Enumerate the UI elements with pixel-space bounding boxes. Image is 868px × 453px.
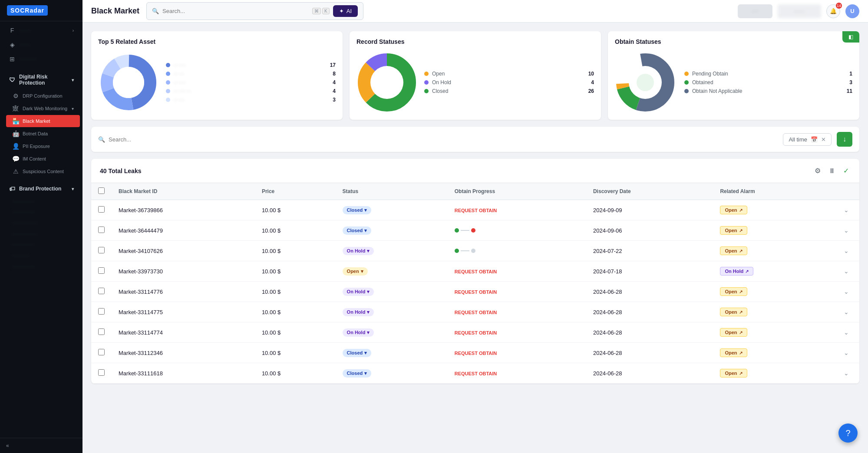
sidebar-item-top2[interactable]: ◈ · · · · · xyxy=(3,38,80,52)
td-checkbox[interactable] xyxy=(91,363,112,384)
td-checkbox[interactable] xyxy=(91,322,112,343)
topbar-search-input[interactable] xyxy=(162,8,309,14)
alarm-badge[interactable]: Open ↗ xyxy=(720,369,747,378)
filter-action-button[interactable]: ⚙ xyxy=(813,165,822,177)
row-checkbox-3[interactable] xyxy=(98,267,105,274)
sidebar-item-top3[interactable]: ⊞ · · · · · · · xyxy=(3,52,80,66)
td-status[interactable]: On Hold ▾ xyxy=(336,322,448,343)
td-expand[interactable]: ⌄ xyxy=(833,261,859,282)
alarm-badge[interactable]: Open ↗ xyxy=(720,206,747,214)
td-status[interactable]: Closed ▾ xyxy=(336,220,448,241)
row-checkbox-7[interactable] xyxy=(98,349,105,355)
status-badge[interactable]: Closed ▾ xyxy=(343,206,372,214)
td-obtain[interactable]: REQUEST OBTAIN xyxy=(448,322,586,343)
time-filter-select[interactable]: All time 📅 ✕ xyxy=(783,133,832,146)
td-expand[interactable]: ⌄ xyxy=(833,343,859,363)
td-alarm[interactable]: Open ↗ xyxy=(713,322,833,343)
table-search-area[interactable]: 🔍 xyxy=(98,136,778,143)
obtain-top-button[interactable]: ◧ xyxy=(842,31,859,43)
status-badge[interactable]: Closed ▾ xyxy=(343,349,372,357)
alarm-badge[interactable]: Open ↗ xyxy=(720,348,747,357)
td-obtain[interactable]: REQUEST OBTAIN xyxy=(448,282,586,302)
alarm-badge[interactable]: Open ↗ xyxy=(720,328,747,337)
sidebar-item-brand6[interactable]: · · · · · · · xyxy=(6,250,80,261)
td-checkbox[interactable] xyxy=(91,241,112,261)
status-badge[interactable]: Closed ▾ xyxy=(343,369,372,378)
td-alarm[interactable]: On Hold ↗ xyxy=(713,261,833,282)
row-checkbox-0[interactable] xyxy=(98,206,105,213)
alarm-badge[interactable]: Open ↗ xyxy=(720,226,747,235)
status-badge[interactable]: On Hold ▾ xyxy=(343,308,374,316)
row-checkbox-2[interactable] xyxy=(98,247,105,253)
sidebar-item-top1[interactable]: F · · · · · › xyxy=(3,23,80,37)
row-checkbox-4[interactable] xyxy=(98,288,105,294)
sidebar-item-im[interactable]: 💬 IM Content xyxy=(6,153,80,165)
td-obtain[interactable] xyxy=(448,241,586,261)
notification-area[interactable]: 🔔 14 xyxy=(826,4,840,18)
topbar-search-bar[interactable]: 🔍 ⌘ K ✦ AI xyxy=(146,2,363,20)
td-checkbox[interactable] xyxy=(91,282,112,302)
alarm-badge[interactable]: Open ↗ xyxy=(720,246,747,255)
td-checkbox[interactable] xyxy=(91,261,112,282)
request-obtain-link[interactable]: REQUEST OBTAIN xyxy=(455,269,497,274)
td-alarm[interactable]: Open ↗ xyxy=(713,220,833,241)
pause-action-button[interactable]: ⏸ xyxy=(827,165,837,177)
sidebar-item-brand2[interactable]: · · · · · · · · · xyxy=(6,207,80,217)
request-obtain-link[interactable]: REQUEST OBTAIN xyxy=(455,289,497,295)
sidebar-item-pii[interactable]: 👤 PII Exposure xyxy=(6,140,80,152)
sidebar-item-dark-web[interactable]: 🕸 Dark Web Monitoring ▾ xyxy=(6,102,80,115)
td-status[interactable]: Closed ▾ xyxy=(336,363,448,384)
user-avatar[interactable]: U xyxy=(845,4,859,18)
td-expand[interactable]: ⌄ xyxy=(833,200,859,220)
sidebar-item-brand[interactable]: 🏷 Brand Protection ▾ xyxy=(3,182,80,196)
table-search-input[interactable] xyxy=(109,136,778,143)
td-alarm[interactable]: Open ↗ xyxy=(713,343,833,363)
expand-row-button[interactable]: ⌄ xyxy=(840,327,852,338)
td-checkbox[interactable] xyxy=(91,200,112,220)
td-alarm[interactable]: Open ↗ xyxy=(713,200,833,220)
td-alarm[interactable]: Open ↗ xyxy=(713,241,833,261)
td-obtain[interactable]: REQUEST OBTAIN xyxy=(448,200,586,220)
expand-row-button[interactable]: ⌄ xyxy=(840,225,852,236)
status-badge[interactable]: Open ▾ xyxy=(343,267,368,276)
td-expand[interactable]: ⌄ xyxy=(833,322,859,343)
check-action-button[interactable]: ✓ xyxy=(842,165,851,177)
td-obtain[interactable]: REQUEST OBTAIN xyxy=(448,261,586,282)
expand-row-button[interactable]: ⌄ xyxy=(840,348,852,358)
status-badge[interactable]: On Hold ▾ xyxy=(343,328,374,337)
clear-time-icon[interactable]: ✕ xyxy=(821,136,826,143)
alarm-badge[interactable]: Open ↗ xyxy=(720,308,747,316)
status-badge[interactable]: Closed ▾ xyxy=(343,226,372,235)
sidebar-item-botnet[interactable]: 🤖 Botnet Data xyxy=(6,128,80,140)
sidebar-item-drp[interactable]: 🛡 Digital Risk Protection ▾ xyxy=(3,70,80,89)
td-expand[interactable]: ⌄ xyxy=(833,282,859,302)
sidebar-item-brand4[interactable]: · · · · · · · · · · xyxy=(6,229,80,239)
td-checkbox[interactable] xyxy=(91,343,112,363)
row-checkbox-5[interactable] xyxy=(98,308,105,315)
td-obtain[interactable] xyxy=(448,220,586,241)
row-checkbox-8[interactable] xyxy=(98,369,105,376)
request-obtain-link[interactable]: REQUEST OBTAIN xyxy=(455,371,497,376)
sidebar-item-drp-config[interactable]: ⚙ DRP Configuration xyxy=(6,90,80,102)
sidebar-item-brand7[interactable]: · · · · · · · · · xyxy=(6,261,80,272)
td-alarm[interactable]: Open ↗ xyxy=(713,363,833,384)
td-alarm[interactable]: Open ↗ xyxy=(713,282,833,302)
status-badge[interactable]: On Hold ▾ xyxy=(343,247,374,255)
download-button[interactable]: ↓ xyxy=(837,132,852,147)
sidebar-item-brand3[interactable]: · · · · · · · · · · xyxy=(6,218,80,228)
td-obtain[interactable]: REQUEST OBTAIN xyxy=(448,343,586,363)
select-all-checkbox[interactable] xyxy=(98,187,105,194)
request-obtain-link[interactable]: REQUEST OBTAIN xyxy=(455,310,497,315)
sidebar-item-suspicious[interactable]: ⚠ Suspicious Content xyxy=(6,165,80,177)
td-checkbox[interactable] xyxy=(91,302,112,322)
td-expand[interactable]: ⌄ xyxy=(833,363,859,384)
alarm-badge[interactable]: On Hold ↗ xyxy=(720,267,753,276)
td-status[interactable]: On Hold ▾ xyxy=(336,241,448,261)
expand-row-button[interactable]: ⌄ xyxy=(840,205,852,215)
sidebar-item-black-market[interactable]: 🏪 Black Market xyxy=(6,115,80,127)
td-obtain[interactable]: REQUEST OBTAIN xyxy=(448,363,586,384)
expand-row-button[interactable]: ⌄ xyxy=(840,286,852,297)
help-button[interactable]: ? xyxy=(838,423,858,443)
row-checkbox-1[interactable] xyxy=(98,226,105,233)
td-status[interactable]: On Hold ▾ xyxy=(336,282,448,302)
